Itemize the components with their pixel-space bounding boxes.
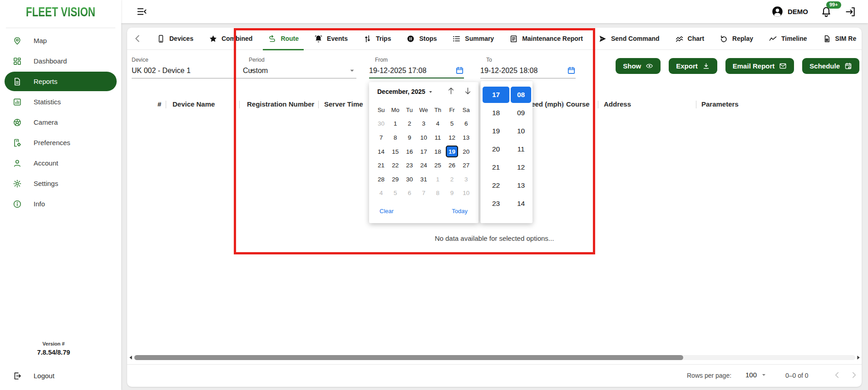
calendar-day-30[interactable]: 30 [402,172,416,186]
calendar-day-4[interactable]: 4 [431,117,445,131]
sidebar-item-info[interactable]: Info [0,194,121,214]
hour-option-19[interactable]: 19 [483,122,509,140]
tab-replay[interactable]: Replay [712,28,761,50]
to-datetime-field[interactable]: To 19-12-2025 18:08 [480,57,576,78]
calendar-day-10[interactable]: 10 [459,186,473,200]
tab-events[interactable]: Events [306,28,355,50]
calendar-day-2[interactable]: 2 [402,117,416,131]
hour-option-21[interactable]: 21 [483,158,509,176]
calendar-day-28[interactable]: 28 [374,172,388,186]
tabs-scroll-left-icon[interactable] [132,33,143,44]
tab-maintenance-report[interactable]: Maintenance Report [502,28,591,50]
calendar-day-4[interactable]: 4 [374,186,388,200]
calendar-day-8[interactable]: 8 [431,186,445,200]
from-datetime-input[interactable]: 19-12-2025 17:08 [369,66,464,78]
minute-option-11[interactable]: 11 [511,140,531,158]
minute-option-10[interactable]: 10 [511,122,531,140]
month-selector[interactable]: December, 2025 [377,88,434,95]
calendar-day-22[interactable]: 22 [388,158,402,172]
minute-option-12[interactable]: 12 [511,158,531,176]
tab-route[interactable]: Route [260,28,306,50]
calendar-day-19[interactable]: 19 [445,145,459,159]
hour-option-20[interactable]: 20 [483,140,509,158]
calendar-day-6[interactable]: 6 [459,117,473,131]
export-button[interactable]: Export [669,58,717,74]
calendar-day-23[interactable]: 23 [402,158,416,172]
sidebar-item-dashboard[interactable]: Dashboard [0,51,121,71]
today-link[interactable]: Today [452,208,468,214]
tab-send-command[interactable]: Send Command [591,28,667,50]
next-month-arrow-icon[interactable] [463,86,473,96]
calendar-day-17[interactable]: 17 [417,145,431,159]
calendar-day-11[interactable]: 11 [431,131,445,145]
calendar-day-3[interactable]: 3 [459,172,473,186]
logout-top-icon[interactable] [844,6,856,18]
calendar-day-31[interactable]: 31 [417,172,431,186]
calendar-day-1[interactable]: 1 [388,117,402,131]
calendar-day-6[interactable]: 6 [402,186,416,200]
calendar-day-1[interactable]: 1 [431,172,445,186]
minute-option-08[interactable]: 08 [511,87,531,103]
tab-timeline[interactable]: Timeline [761,28,815,50]
minute-option-09[interactable]: 09 [511,104,531,122]
calendar-day-25[interactable]: 25 [431,158,445,172]
clear-link[interactable]: Clear [380,208,394,214]
email-report-button[interactable]: Email Report [725,58,794,74]
device-select[interactable]: UK 002 - Device 1 [132,66,256,78]
notifications-button[interactable]: 99+ [820,6,832,18]
period-filter[interactable]: Period Custom [243,57,356,78]
sidebar-item-map[interactable]: Map [0,30,121,51]
tab-sim-re[interactable]: SIM Re [815,28,864,50]
calendar-day-5[interactable]: 5 [388,186,402,200]
calendar-day-18[interactable]: 18 [431,145,445,159]
calendar-day-20[interactable]: 20 [459,145,473,159]
calendar-day-30[interactable]: 30 [374,117,388,131]
user-menu[interactable]: DEMO [771,5,808,18]
minute-option-13[interactable]: 13 [511,176,531,195]
rows-per-page-select[interactable]: 100 [745,371,768,379]
schedule-button[interactable]: Schedule [802,58,859,74]
to-datetime-input[interactable]: 19-12-2025 18:08 [480,66,576,78]
tab-devices[interactable]: Devices [149,28,201,50]
calendar-icon[interactable] [567,66,576,75]
scroll-right-arrow-icon[interactable] [855,355,861,361]
tab-chart[interactable]: Chart [667,28,712,50]
calendar-day-9[interactable]: 9 [445,186,459,200]
calendar-day-29[interactable]: 29 [388,172,402,186]
calendar-day-15[interactable]: 15 [388,145,402,159]
show-button[interactable]: Show [616,58,661,74]
from-datetime-field[interactable]: From 19-12-2025 17:08 [369,57,464,78]
device-filter[interactable]: Device UK 002 - Device 1 [132,57,256,78]
calendar-day-2[interactable]: 2 [445,172,459,186]
calendar-day-13[interactable]: 13 [459,131,473,145]
sidebar-item-settings[interactable]: Settings [0,173,121,194]
hour-option-22[interactable]: 22 [483,176,509,195]
sidebar-item-statistics[interactable]: Statistics [0,92,121,112]
tab-combined[interactable]: Combined [201,28,260,50]
period-select[interactable]: Custom [243,66,356,78]
calendar-day-12[interactable]: 12 [445,131,459,145]
tabs-scroll-right-icon[interactable] [864,33,868,44]
sidebar-item-camera[interactable]: Camera [0,112,121,132]
calendar-day-8[interactable]: 8 [388,131,402,145]
calendar-day-5[interactable]: 5 [445,117,459,131]
calendar-day-16[interactable]: 16 [402,145,416,159]
sidebar-item-preferences[interactable]: Preferences [0,132,121,153]
tab-summary[interactable]: Summary [444,28,502,50]
calendar-day-3[interactable]: 3 [417,117,431,131]
horizontal-scrollbar-thumb[interactable] [134,355,683,360]
scroll-left-arrow-icon[interactable] [128,355,134,361]
calendar-day-7[interactable]: 7 [417,186,431,200]
calendar-icon[interactable] [455,66,464,75]
calendar-day-10[interactable]: 10 [417,131,431,145]
sidebar-item-reports[interactable]: Reports [5,72,117,91]
tab-stops[interactable]: Stops [399,28,444,50]
calendar-day-9[interactable]: 9 [402,131,416,145]
previous-month-arrow-icon[interactable] [446,86,456,96]
tab-trips[interactable]: Trips [355,28,399,50]
pagination-prev-icon[interactable] [832,370,842,380]
hour-option-23[interactable]: 23 [483,195,509,213]
calendar-day-7[interactable]: 7 [374,131,388,145]
logout-button[interactable]: Logout [0,366,121,386]
hour-option-18[interactable]: 18 [483,104,509,122]
